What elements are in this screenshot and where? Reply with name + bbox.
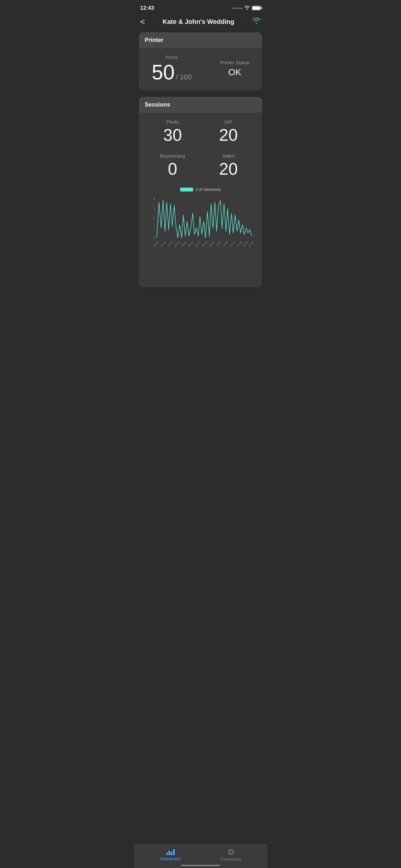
prints-label: Prints — [166, 55, 178, 60]
back-button[interactable]: < — [140, 18, 145, 26]
svg-text:06:45: 06:45 — [153, 240, 159, 247]
sessions-card: Sessions Photo 30 GIF 20 Boomerang 0 Vid… — [139, 97, 262, 287]
photo-label: Photo — [166, 119, 179, 125]
svg-text:07:10: 07:10 — [160, 240, 166, 247]
gif-session: GIF 20 — [201, 119, 256, 144]
svg-text:08:50: 08:50 — [188, 240, 194, 247]
printer-card-header: Printer — [139, 32, 262, 48]
prints-group: Prints 50 / 100 — [152, 55, 192, 83]
svg-text:09:40: 09:40 — [201, 240, 208, 247]
boomerang-session: Boomerang 0 — [145, 153, 201, 177]
svg-text:10:55: 10:55 — [222, 240, 229, 247]
svg-text:1: 1 — [153, 226, 155, 230]
photo-value: 30 — [163, 127, 182, 144]
video-value: 20 — [219, 160, 238, 177]
status-icons — [233, 5, 261, 11]
printer-card-body: Prints 50 / 100 Printer Status OK — [139, 48, 262, 90]
gif-label: GIF — [224, 119, 233, 125]
printer-section-title: Printer — [145, 37, 163, 43]
boomerang-value: 0 — [168, 160, 177, 177]
svg-text:11:20: 11:20 — [229, 240, 236, 247]
chart-legend: # of Sessions — [148, 187, 253, 192]
sessions-card-header: Sessions — [139, 97, 262, 113]
sessions-grid: Photo 30 GIF 20 Boomerang 0 Video 20 — [145, 119, 256, 177]
video-session: Video 20 — [201, 153, 256, 177]
legend-label: # of Sessions — [196, 187, 221, 192]
signal-icon — [233, 7, 242, 9]
prints-display: 50 / 100 — [152, 62, 192, 83]
boomerang-label: Boomerang — [160, 153, 185, 159]
printer-status-label: Printer Status — [220, 60, 249, 65]
status-time: 12:43 — [140, 5, 154, 11]
wifi-icon — [244, 5, 250, 11]
svg-text:08:25: 08:25 — [181, 240, 187, 247]
sessions-card-body: Photo 30 GIF 20 Boomerang 0 Video 20 # o… — [139, 113, 262, 255]
sessions-section-title: Sessions — [145, 101, 170, 108]
svg-text:0: 0 — [153, 236, 155, 240]
svg-text:2: 2 — [153, 216, 155, 220]
page-header: < Kate & John's Wedding — [134, 14, 267, 32]
prints-current: 50 — [152, 62, 175, 83]
sessions-chart: # of Sessions — [145, 187, 256, 247]
printer-stats: Prints 50 / 100 Printer Status OK — [145, 55, 256, 83]
svg-text:07:35: 07:35 — [166, 240, 174, 247]
svg-text:12:10: 12:10 — [242, 240, 249, 247]
svg-text:3: 3 — [153, 207, 155, 211]
svg-text:10:05: 10:05 — [208, 240, 215, 247]
printer-status-group: Printer Status OK — [220, 60, 249, 78]
svg-text:4: 4 — [153, 197, 155, 201]
page-title: Kate & John's Wedding — [145, 18, 252, 26]
chart-area: 4 3 2 1 0 06:45 07:10 07:35 08:00 08:25 … — [148, 196, 253, 247]
wifi-status-icon — [252, 18, 261, 26]
status-bar: 12:43 — [134, 0, 267, 14]
legend-line — [180, 188, 193, 191]
printer-card: Printer Prints 50 / 100 Printer Status O… — [139, 32, 262, 90]
video-label: Video — [222, 153, 235, 159]
divider — [206, 56, 206, 82]
chart-svg: 4 3 2 1 0 06:45 07:10 07:35 08:00 08:25 … — [148, 196, 253, 247]
prints-of: / 100 — [176, 73, 192, 82]
svg-text:09:15: 09:15 — [194, 240, 201, 247]
svg-text:10:30: 10:30 — [215, 240, 222, 247]
gif-value: 20 — [219, 127, 238, 144]
svg-text:11:45: 11:45 — [236, 240, 243, 247]
svg-text:08:00: 08:00 — [174, 240, 181, 247]
photo-session: Photo 30 — [145, 119, 201, 144]
printer-status-value: OK — [228, 67, 241, 78]
svg-text:12:40: 12:40 — [248, 240, 253, 247]
battery-icon — [252, 6, 261, 10]
